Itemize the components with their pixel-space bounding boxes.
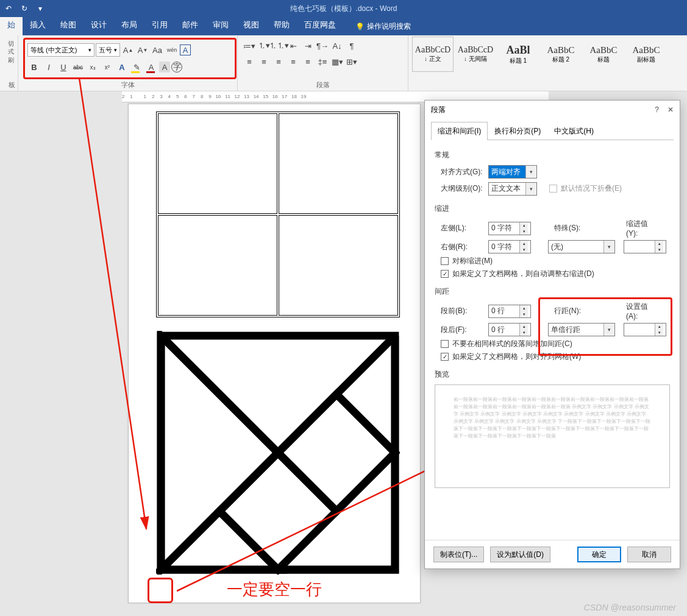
font-highlight-box: 等线 (中文正文)▾ 五号▾ A▲ A▼ Aa wén A B I U abc …	[23, 38, 237, 79]
checkbox-collapse	[549, 185, 557, 193]
group-clipboard: 切 式刷 板	[4, 35, 18, 91]
increase-indent-button[interactable]: ⇥	[301, 39, 315, 52]
format-painter-label[interactable]: 式刷	[9, 50, 13, 62]
checkbox-nospace[interactable]	[441, 340, 449, 348]
show-marks-button[interactable]: ¶	[345, 39, 358, 52]
enclose-char-button[interactable]: 字	[171, 62, 182, 73]
tab-view[interactable]: 视图	[236, 16, 266, 35]
section-indent: 缩进	[435, 204, 670, 214]
label-setvalue: 设置值(A):	[620, 302, 657, 320]
style-normal[interactable]: AaBbCcD↓ 正文	[412, 37, 454, 72]
justify-button[interactable]: ≡	[287, 55, 300, 68]
label-before: 段前(B):	[435, 306, 483, 316]
align-left-button[interactable]: ≡	[243, 55, 256, 68]
tab-mailings[interactable]: 邮件	[175, 16, 205, 35]
style-subtitle[interactable]: AaBbC副标题	[625, 37, 667, 72]
tab-design[interactable]: 设计	[84, 16, 114, 35]
checkbox-snapgrid[interactable]: ✓	[441, 353, 449, 361]
combo-alignment[interactable]: 两端对齐▾	[488, 165, 537, 179]
font-name-combo[interactable]: 等线 (中文正文)▾	[27, 43, 94, 57]
shrink-font-button[interactable]: A▼	[136, 43, 149, 57]
sort-button[interactable]: A↓	[330, 39, 344, 52]
bullets-button[interactable]: ≔▾	[243, 39, 256, 52]
checkbox-autoadj[interactable]: ✓	[441, 270, 449, 278]
shading-button[interactable]: ▦▾	[330, 55, 344, 68]
label-special: 特殊(S):	[548, 223, 585, 233]
group-paragraph: ≔▾ ⒈▾ ⒈⒈▾ ⇤ ⇥ ¶→ A↓ ¶ ≡ ≡ ≡ ≡ ≡ ‡≡ ▦▾ ⊞▾…	[238, 35, 408, 91]
button-tabs[interactable]: 制表位(T)...	[433, 547, 484, 562]
annotation-text: 一定要空一行	[227, 579, 322, 600]
close-icon[interactable]: ✕	[667, 105, 674, 114]
font-size-combo[interactable]: 五号▾	[96, 43, 120, 57]
document-table[interactable]	[156, 112, 400, 317]
tab-asian[interactable]: 中文版式(H)	[547, 122, 600, 140]
label-left-indent: 左侧(L):	[435, 223, 483, 233]
char-shading-button[interactable]: A	[159, 62, 170, 73]
strike-button[interactable]: abc	[71, 60, 85, 74]
char-border-button[interactable]: A	[180, 44, 191, 55]
tab-indent-spacing[interactable]: 缩进和间距(I)	[431, 122, 488, 140]
tell-me[interactable]: 💡 操作说明搜索	[349, 18, 417, 35]
button-cancel[interactable]: 取消	[627, 547, 671, 562]
tab-layout[interactable]: 布局	[114, 16, 144, 35]
preview-box: 前一段落前一段落前一段落前一段落前一段落前一段落前一段落前一段落前一段落前一段落…	[435, 384, 670, 488]
italic-button[interactable]: I	[42, 60, 55, 74]
spinner-after[interactable]: 0 行▴▾	[488, 323, 531, 336]
superscript-button[interactable]: x²	[101, 60, 114, 74]
style-heading1[interactable]: AaBl标题 1	[497, 37, 539, 72]
section-spacing: 间距	[435, 286, 670, 297]
style-nospacing[interactable]: AaBbCcD↓ 无间隔	[455, 37, 496, 72]
repeat-button[interactable]: ↻	[18, 2, 30, 15]
qat-dropdown[interactable]: ▾	[34, 2, 46, 15]
combo-linespacing[interactable]: 单倍行距▾	[548, 323, 615, 336]
decrease-indent-button[interactable]: ⇤	[287, 39, 300, 52]
label-outline: 大纲级别(O):	[435, 183, 483, 194]
titlebar: ↶ ↻ ▾ 纯色七巧板（模板）.docx - Word	[0, 0, 687, 17]
borders-button[interactable]: ⊞▾	[345, 55, 358, 68]
style-title[interactable]: AaBbC标题	[583, 37, 624, 72]
underline-button[interactable]: U	[57, 60, 70, 74]
distribute-button[interactable]: ≡	[301, 55, 315, 68]
undo-button[interactable]: ↶	[2, 2, 15, 15]
align-right-button[interactable]: ≡	[272, 55, 285, 68]
tab-line-break[interactable]: 换行和分页(P)	[488, 122, 547, 140]
bold-button[interactable]: B	[27, 60, 41, 74]
spinner-before[interactable]: 0 行▴▾	[488, 305, 531, 318]
label-autoadj: 如果定义了文档网格，则自动调整右缩进(D)	[452, 269, 594, 279]
button-default[interactable]: 设为默认值(D)	[490, 547, 550, 562]
spinner-indent-value[interactable]: ▴▾	[624, 240, 666, 253]
highlight-button[interactable]: ✎	[130, 60, 143, 74]
spinner-setvalue[interactable]: ▴▾	[624, 323, 666, 336]
text-effects-button[interactable]: A	[115, 60, 129, 74]
tab-home[interactable]: 始	[0, 16, 23, 35]
section-preview: 预览	[435, 369, 670, 380]
page[interactable]	[128, 104, 421, 603]
grow-font-button[interactable]: A▲	[121, 43, 135, 57]
style-heading2[interactable]: AaBbC标题 2	[540, 37, 582, 72]
font-color-button[interactable]: A	[144, 60, 158, 74]
tab-review[interactable]: 审阅	[205, 16, 236, 35]
phonetic-button[interactable]: wén	[165, 43, 179, 57]
checkbox-mirror[interactable]	[441, 257, 449, 265]
tab-draw[interactable]: 绘图	[53, 16, 84, 35]
label-snapgrid: 如果定义了文档网格，则对齐到网格(W)	[452, 352, 581, 362]
tangram-shape[interactable]	[156, 331, 400, 575]
ltr-button[interactable]: ¶→	[316, 39, 329, 52]
tab-insert[interactable]: 插入	[23, 16, 53, 35]
tab-help[interactable]: 帮助	[266, 16, 297, 35]
combo-special[interactable]: (无)▾	[548, 240, 615, 253]
spinner-right-indent[interactable]: 0 字符▴▾	[488, 240, 531, 253]
quick-access-toolbar: ↶ ↻ ▾	[0, 2, 46, 15]
button-ok[interactable]: 确定	[577, 547, 621, 562]
tab-references[interactable]: 引用	[144, 16, 175, 35]
combo-outline[interactable]: 正文文本▾	[488, 182, 537, 196]
label-indent-value: 缩进值(Y):	[620, 219, 657, 238]
spinner-left-indent[interactable]: 0 字符▴▾	[488, 222, 531, 235]
change-case-button[interactable]: Aa	[151, 43, 164, 57]
line-spacing-button[interactable]: ‡≡	[316, 55, 329, 68]
tab-baidu[interactable]: 百度网盘	[297, 16, 343, 35]
multilevel-button[interactable]: ⒈⒈▾	[272, 39, 285, 52]
align-center-button[interactable]: ≡	[257, 55, 271, 68]
subscript-button[interactable]: x₂	[86, 60, 99, 74]
help-icon[interactable]: ?	[655, 105, 659, 114]
